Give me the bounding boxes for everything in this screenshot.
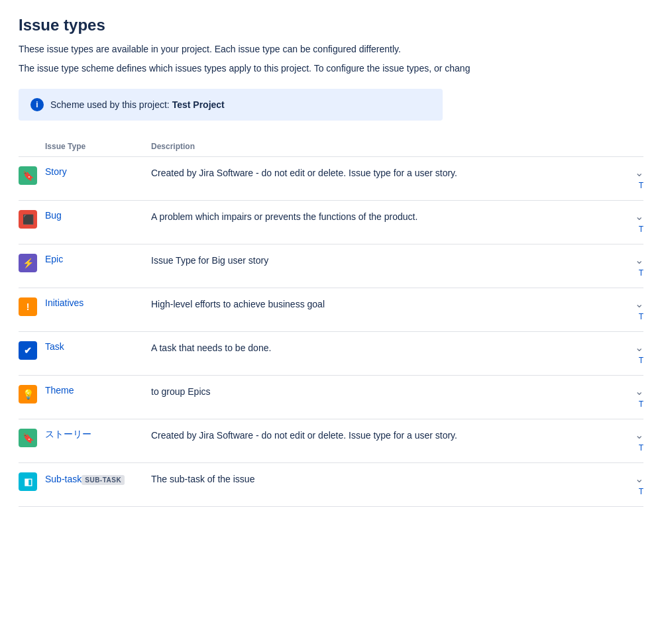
- issue-type-name-link[interactable]: ストーリー: [45, 429, 91, 439]
- issue-type-name-cell: ストーリー: [45, 419, 151, 463]
- issue-type-description: Created by Jira Software - do not edit o…: [151, 430, 457, 441]
- action-arrow[interactable]: ⌄T: [635, 298, 643, 321]
- table-row: 🔖StoryCreated by Jira Software - do not …: [19, 157, 643, 201]
- issue-type-name-cell: Task: [45, 332, 151, 376]
- issue-type-description-cell: High-level efforts to achieve business g…: [151, 288, 630, 332]
- sub-task-badge: SUB-TASK: [82, 475, 125, 485]
- action-arrow[interactable]: ⌄T: [635, 386, 643, 409]
- subtitle-2: The issue type scheme defines which issu…: [19, 62, 643, 76]
- issue-type-action-cell[interactable]: ⌄T: [630, 463, 643, 507]
- issue-type-action-cell[interactable]: ⌄T: [630, 332, 643, 376]
- issue-type-icon: ✔: [19, 341, 37, 360]
- table-row: ✔TaskA task that needs to be done.⌄T: [19, 332, 643, 376]
- issue-type-description-cell: The sub-task of the issue: [151, 463, 630, 507]
- action-arrow[interactable]: ⌄T: [635, 167, 643, 190]
- issue-type-icon: !: [19, 297, 37, 316]
- page-title: Issue types: [19, 16, 643, 34]
- issue-type-name-cell: Epic: [45, 244, 151, 288]
- issue-type-name-link[interactable]: Story: [45, 166, 67, 177]
- issue-type-icon: ⬛: [19, 210, 37, 229]
- issue-type-description-cell: to group Epics: [151, 376, 630, 419]
- issue-type-action-cell[interactable]: ⌄T: [630, 244, 643, 288]
- action-arrow[interactable]: ⌄T: [635, 254, 643, 278]
- action-arrow[interactable]: ⌄T: [635, 473, 643, 496]
- issue-type-description: A problem which impairs or prevents the …: [151, 211, 417, 222]
- table-row: ◧Sub-taskSUB-TASKThe sub-task of the iss…: [19, 463, 643, 507]
- issue-type-description: Issue Type for Big user story: [151, 255, 268, 266]
- table-row: 💡Themeto group Epics⌄T: [19, 376, 643, 419]
- action-arrow[interactable]: ⌄T: [635, 342, 643, 365]
- table-header-row: Issue Type Description: [19, 136, 643, 157]
- issue-type-name-cell: Theme: [45, 376, 151, 419]
- issue-types-table: Issue Type Description 🔖StoryCreated by …: [19, 136, 643, 507]
- issue-type-description-cell: A task that needs to be done.: [151, 332, 630, 376]
- issue-type-name-link[interactable]: Sub-task: [45, 474, 82, 484]
- issue-type-description-cell: Created by Jira Software - do not edit o…: [151, 157, 630, 201]
- issue-type-action-cell[interactable]: ⌄T: [630, 201, 643, 244]
- issue-type-action-cell[interactable]: ⌄T: [630, 157, 643, 201]
- scheme-label: Scheme used by this project: Test Projec…: [50, 99, 225, 110]
- issue-type-icon: ◧: [19, 472, 37, 491]
- issue-type-name-cell: Bug: [45, 201, 151, 244]
- table-row: !InitiativesHigh-level efforts to achiev…: [19, 288, 643, 332]
- issue-type-description: to group Epics: [151, 386, 211, 397]
- issue-type-name-link[interactable]: Theme: [45, 385, 74, 396]
- scheme-project-name: Test Project: [172, 99, 225, 110]
- action-arrow[interactable]: ⌄T: [635, 211, 643, 234]
- issue-type-icon: 💡: [19, 385, 37, 403]
- issue-type-icon: 🔖: [19, 166, 37, 185]
- issue-type-name-link[interactable]: Bug: [45, 210, 62, 221]
- table-row: ⬛BugA problem which impairs or prevents …: [19, 201, 643, 244]
- issue-type-icon: ⚡: [19, 254, 37, 272]
- issue-type-description: High-level efforts to achieve business g…: [151, 299, 325, 309]
- issue-type-icon: 🔖: [19, 429, 37, 447]
- col-action: [630, 136, 643, 157]
- issue-type-description-cell: Issue Type for Big user story: [151, 244, 630, 288]
- issue-type-icon-cell: ⚡: [19, 244, 45, 288]
- col-issue-type: Issue Type: [45, 136, 151, 157]
- issue-type-icon-cell: 🔖: [19, 419, 45, 463]
- issue-type-icon-cell: 💡: [19, 376, 45, 419]
- issue-type-icon-cell: 🔖: [19, 157, 45, 201]
- issue-type-description-cell: A problem which impairs or prevents the …: [151, 201, 630, 244]
- issue-type-name-link[interactable]: Epic: [45, 254, 63, 264]
- issue-type-name-link[interactable]: Initiatives: [45, 297, 83, 308]
- action-arrow[interactable]: ⌄T: [635, 429, 643, 453]
- col-description: Description: [151, 136, 630, 157]
- table-row: 🔖ストーリーCreated by Jira Software - do not …: [19, 419, 643, 463]
- issue-type-action-cell[interactable]: ⌄T: [630, 288, 643, 332]
- scheme-banner: i Scheme used by this project: Test Proj…: [19, 89, 443, 121]
- subtitle-1: These issue types are available in your …: [19, 42, 643, 56]
- issue-type-name-cell: Initiatives: [45, 288, 151, 332]
- issue-type-description: Created by Jira Software - do not edit o…: [151, 168, 457, 178]
- issue-type-icon-cell: ⬛: [19, 201, 45, 244]
- table-row: ⚡EpicIssue Type for Big user story⌄T: [19, 244, 643, 288]
- issue-type-name-cell: Sub-taskSUB-TASK: [45, 463, 151, 507]
- issue-type-action-cell[interactable]: ⌄T: [630, 419, 643, 463]
- issue-type-description: The sub-task of the issue: [151, 474, 254, 484]
- col-icon: [19, 136, 45, 157]
- issue-type-icon-cell: ✔: [19, 332, 45, 376]
- issue-type-description: A task that needs to be done.: [151, 343, 271, 353]
- issue-type-description-cell: Created by Jira Software - do not edit o…: [151, 419, 630, 463]
- issue-type-icon-cell: !: [19, 288, 45, 332]
- issue-type-action-cell[interactable]: ⌄T: [630, 376, 643, 419]
- issue-type-name-link[interactable]: Task: [45, 341, 64, 352]
- info-icon: i: [30, 98, 44, 111]
- issue-type-name-cell: Story: [45, 157, 151, 201]
- issue-type-icon-cell: ◧: [19, 463, 45, 507]
